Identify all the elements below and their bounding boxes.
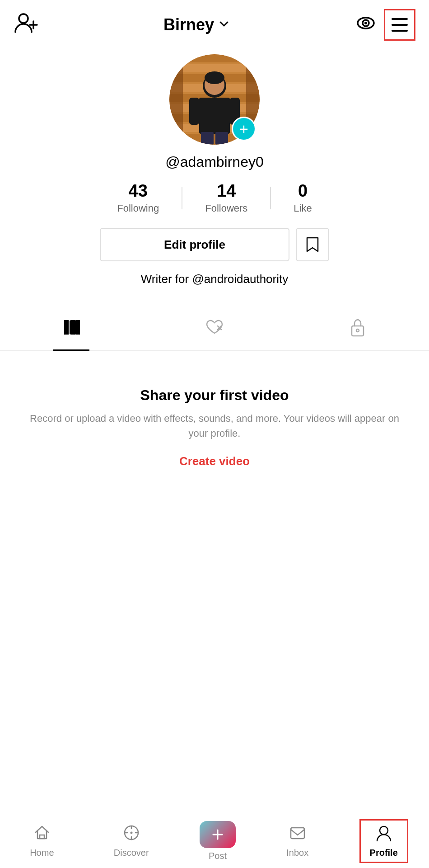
svg-point-47 — [380, 826, 388, 835]
nav-home-label: Home — [30, 848, 54, 858]
likes-label: Like — [294, 203, 312, 214]
svg-rect-23 — [201, 132, 214, 145]
svg-point-36 — [356, 329, 359, 332]
empty-state-title: Share your first video — [140, 387, 289, 404]
followers-stat[interactable]: 14 Followers — [182, 181, 270, 214]
header: Birney — [0, 0, 429, 50]
profile-section: + @adambirney0 43 Following 14 Followers… — [0, 50, 429, 309]
create-video-link[interactable]: Create video — [179, 454, 250, 468]
following-label: Following — [117, 203, 159, 214]
likes-count: 0 — [298, 181, 308, 201]
svg-rect-8 — [169, 54, 260, 62]
svg-rect-31 — [70, 321, 73, 334]
svg-point-39 — [130, 832, 132, 834]
nav-inbox[interactable]: Inbox — [277, 821, 317, 862]
inbox-icon — [289, 824, 306, 845]
header-title[interactable]: Birney — [163, 15, 230, 34]
tab-liked[interactable] — [143, 309, 286, 350]
menu-line-2 — [392, 24, 408, 26]
following-stat[interactable]: 43 Following — [94, 181, 182, 214]
profile-handle: @adambirney0 — [165, 154, 263, 170]
bottom-nav: Home Discover Post — [0, 814, 429, 868]
nav-post-label: Post — [209, 851, 227, 861]
nav-discover[interactable]: Discover — [105, 821, 158, 862]
menu-button[interactable] — [384, 9, 415, 41]
chevron-down-icon — [218, 15, 230, 34]
action-buttons: Edit profile — [14, 228, 415, 261]
svg-rect-37 — [40, 835, 44, 839]
nav-discover-label: Discover — [114, 848, 149, 858]
svg-point-21 — [205, 71, 224, 84]
edit-profile-button[interactable]: Edit profile — [100, 228, 289, 261]
followers-count: 14 — [217, 181, 236, 201]
content-tabs — [0, 309, 429, 351]
header-left — [14, 10, 39, 40]
header-right — [355, 9, 415, 41]
following-count: 43 — [129, 181, 148, 201]
liked-icon — [205, 319, 224, 340]
followers-label: Followers — [205, 203, 247, 214]
svg-rect-35 — [352, 326, 364, 336]
discover-icon — [123, 824, 140, 845]
profile-icon — [375, 824, 392, 845]
svg-rect-22 — [199, 98, 230, 134]
svg-point-5 — [364, 22, 367, 24]
empty-state: Share your first video Record or upload … — [0, 351, 429, 486]
nav-home[interactable]: Home — [21, 821, 63, 862]
add-user-button[interactable] — [14, 10, 39, 40]
svg-rect-32 — [75, 321, 78, 334]
menu-line-3 — [392, 30, 408, 32]
post-button[interactable] — [200, 821, 236, 848]
eye-icon[interactable] — [355, 12, 377, 38]
tab-private[interactable] — [286, 309, 429, 350]
svg-rect-30 — [65, 321, 68, 334]
svg-point-0 — [19, 14, 28, 23]
tab-videos[interactable] — [0, 309, 143, 350]
svg-rect-24 — [215, 132, 228, 145]
bio-text: Writer for @androidauthority — [141, 272, 289, 286]
avatar-container: + — [169, 54, 260, 145]
nav-post[interactable]: Post — [200, 821, 236, 861]
lock-icon — [350, 318, 365, 341]
grid-icon — [63, 319, 80, 340]
svg-rect-17 — [169, 54, 183, 145]
stats-row: 43 Following 14 Followers 0 Like — [14, 181, 415, 214]
bookmark-button[interactable] — [296, 228, 329, 261]
home-icon — [33, 824, 51, 845]
plus-icon: + — [239, 121, 248, 137]
menu-line-1 — [392, 18, 408, 20]
empty-state-description: Record or upload a video with effects, s… — [27, 411, 402, 441]
username-display: Birney — [163, 15, 214, 34]
nav-inbox-label: Inbox — [286, 848, 308, 858]
follow-add-button[interactable]: + — [232, 117, 256, 141]
svg-rect-25 — [189, 98, 199, 125]
nav-profile-label: Profile — [370, 848, 398, 858]
nav-profile[interactable]: Profile — [359, 819, 408, 863]
svg-rect-46 — [291, 828, 304, 839]
likes-stat[interactable]: 0 Like — [271, 181, 334, 214]
